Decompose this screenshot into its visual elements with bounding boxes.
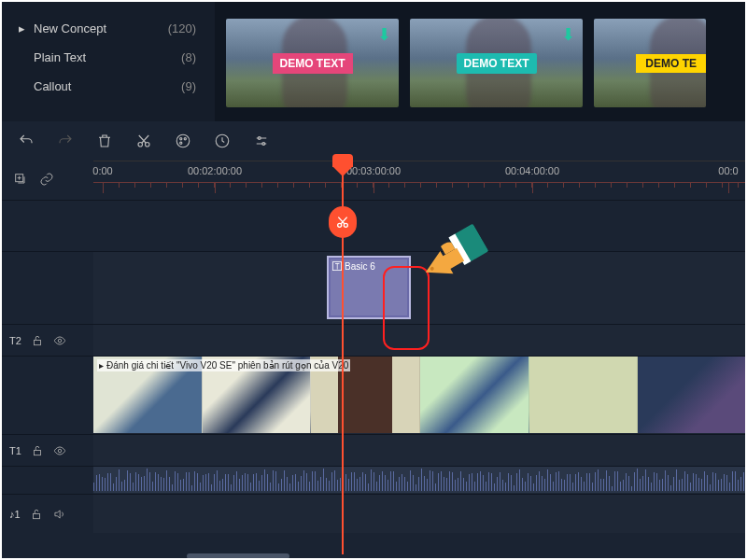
sidebar-item-plain-text[interactable]: Plain Text (8) [0, 43, 215, 72]
volume-icon[interactable] [52, 508, 65, 521]
timeline-ruler-row: 0:0000:02:00:0000:03:00:0000:04:00:0000:… [0, 161, 747, 200]
download-icon[interactable]: ⬇ [561, 24, 575, 45]
video-track-controls: T1 [0, 434, 747, 466]
video-thumbnail [420, 357, 529, 433]
sidebar-item-new-concept[interactable]: ▸ New Concept (120) [0, 14, 215, 43]
preview-text: DEMO TEXT [272, 53, 352, 74]
cut-button[interactable] [134, 132, 153, 150]
sidebar-item-count: (120) [168, 21, 196, 35]
svg-point-4 [184, 138, 186, 140]
timeline-toolbar [0, 121, 747, 161]
template-preview-card[interactable]: ⬇ DEMO TEXT [410, 19, 583, 107]
speed-button[interactable] [213, 132, 232, 150]
sidebar-item-label: Plain Text [34, 50, 181, 64]
timeline-ruler[interactable]: 0:0000:02:00:0000:03:00:0000:04:00:0000:… [93, 161, 747, 200]
svg-rect-10 [34, 340, 40, 344]
template-preview-card[interactable]: ⬇ DEMO TEXT [226, 19, 399, 107]
delete-button[interactable] [95, 132, 114, 150]
sidebar-item-label: Callout [34, 79, 181, 93]
template-preview-panel: ⬇ DEMO TEXT ⬇ DEMO TEXT DEMO TE [215, 0, 747, 121]
sidebar-item-count: (8) [181, 50, 196, 64]
video-track-clip: ▸ Đánh giá chi tiết "Vivo V20 SE" phiên … [0, 356, 747, 434]
text-icon: 🅃 [332, 261, 342, 272]
lock-icon[interactable] [31, 444, 44, 457]
sidebar-item-label: New Concept [34, 21, 168, 35]
text-track: 🅃 Basic 6 [0, 251, 747, 324]
timeline-scrollbar[interactable] [187, 553, 289, 559]
link-button[interactable] [39, 172, 54, 189]
video-clip-title: Đánh giá chi tiết "Vivo V20 SE" phiên bả… [106, 360, 348, 371]
preview-text: DEMO TE [636, 54, 706, 73]
text-track-controls: T2 [0, 324, 747, 356]
track-body[interactable] [93, 467, 747, 494]
video-thumbnail [529, 357, 639, 433]
track-label: ♪1 [9, 509, 21, 520]
download-icon[interactable]: ⬇ [377, 24, 391, 45]
music-track-controls: ♪1 [0, 494, 747, 533]
svg-rect-12 [34, 450, 40, 455]
text-clip[interactable]: 🅃 Basic 6 [327, 256, 411, 319]
track-label: T2 [9, 335, 21, 346]
add-marker-button[interactable] [13, 172, 28, 189]
svg-point-2 [176, 134, 190, 147]
template-preview-card[interactable]: DEMO TE [594, 19, 706, 107]
svg-point-5 [180, 142, 182, 144]
video-clip[interactable]: ▸ Đánh giá chi tiết "Vivo V20 SE" phiên … [93, 357, 747, 433]
preview-text: DEMO TEXT [456, 53, 536, 74]
track-label: T1 [9, 445, 21, 456]
audio-track [0, 466, 747, 494]
track-body[interactable]: 🅃 Basic 6 [93, 252, 747, 324]
lock-icon[interactable] [30, 508, 43, 521]
visibility-icon[interactable] [53, 334, 66, 347]
category-sidebar: ▸ New Concept (120) Plain Text (8) Callo… [0, 0, 215, 121]
visibility-icon[interactable] [53, 444, 66, 457]
redo-button[interactable] [56, 132, 75, 150]
settings-button[interactable] [252, 132, 271, 150]
svg-point-13 [58, 449, 62, 453]
play-icon: ▸ [99, 360, 104, 371]
expand-arrow-icon: ▸ [19, 21, 30, 35]
video-thumbnail [638, 357, 747, 433]
track-body[interactable]: ▸ Đánh giá chi tiết "Vivo V20 SE" phiên … [93, 357, 747, 434]
svg-rect-14 [33, 513, 39, 518]
timeline-tracks: 🅃 Basic 6 T2 ▸ Đánh giá chi tiết "Vivo V… [0, 200, 747, 533]
svg-point-11 [58, 339, 62, 343]
svg-point-3 [180, 138, 182, 140]
sidebar-item-callout[interactable]: Callout (9) [0, 72, 215, 101]
lock-icon[interactable] [31, 334, 44, 347]
sidebar-item-count: (9) [181, 79, 196, 93]
track-spacer [0, 200, 747, 251]
track-head [0, 252, 93, 324]
text-clip-label: Basic 6 [345, 261, 375, 272]
undo-button[interactable] [17, 132, 35, 150]
color-button[interactable] [174, 132, 192, 150]
audio-waveform[interactable] [93, 467, 747, 493]
